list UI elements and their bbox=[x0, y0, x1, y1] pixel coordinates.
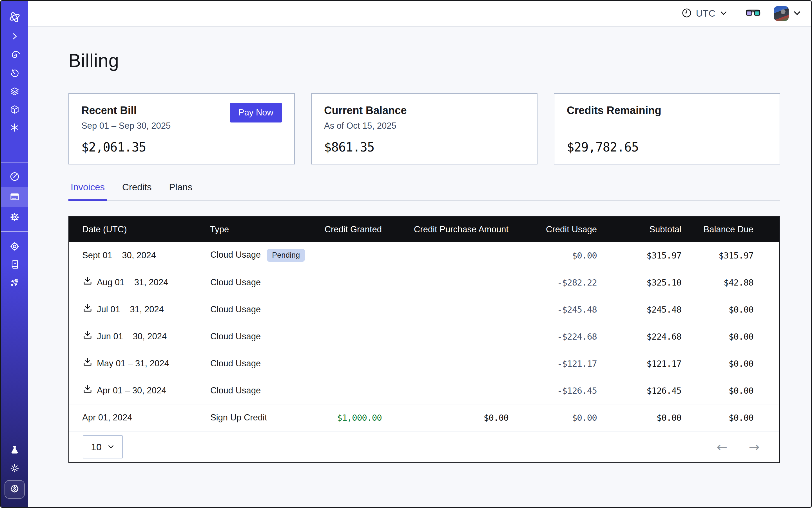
next-page-button[interactable]: → bbox=[747, 440, 761, 454]
timezone-label: UTC bbox=[696, 8, 716, 19]
sidebar-item-support[interactable] bbox=[1, 238, 28, 255]
sidebar-item-layers[interactable] bbox=[1, 83, 28, 100]
invoice-type: Cloud Usage bbox=[210, 296, 316, 323]
app-window: UTC Billing bbox=[0, 0, 812, 508]
chevron-down-icon bbox=[719, 9, 728, 18]
credit-purchase-value: $0.00 bbox=[392, 404, 519, 431]
docs-book-icon bbox=[9, 259, 20, 269]
invoice-date: Apr 01 – 30, 2024 bbox=[97, 385, 166, 396]
pay-now-button[interactable]: Pay Now bbox=[230, 103, 282, 123]
current-balance-card: Current Balance As of Oct 15, 2025 $861.… bbox=[311, 93, 538, 164]
credit-usage-value[interactable]: $0.00 bbox=[519, 242, 609, 269]
sidebar-item-settings[interactable] bbox=[1, 207, 28, 227]
sidebar-item-docs[interactable] bbox=[1, 255, 28, 273]
col-credit-granted: Credit Granted bbox=[316, 217, 392, 242]
invoice-type: Cloud Usage bbox=[210, 250, 261, 260]
support-wheel-icon bbox=[9, 241, 20, 251]
pagination-arrows: ← → bbox=[715, 440, 761, 454]
table-row: May 01 – 31, 2024 Cloud Usage -$121.17 $… bbox=[69, 350, 779, 377]
invoices-table-container: Date (UTC) Type Credit Granted Credit Pu… bbox=[69, 216, 780, 463]
glasses-icon[interactable] bbox=[746, 8, 761, 18]
subtotal-value: $245.48 bbox=[609, 296, 694, 323]
invoice-date: May 01 – 31, 2024 bbox=[97, 358, 169, 369]
col-credit-purchase: Credit Purchase Amount bbox=[392, 217, 519, 242]
sidebar-item-labs[interactable] bbox=[1, 441, 28, 459]
card-title: Current Balance bbox=[324, 104, 407, 117]
tab-plans[interactable]: Plans bbox=[167, 182, 195, 200]
table-row: Sept 01 – 30, 2024 Cloud UsagePending $0… bbox=[69, 242, 779, 269]
download-invoice-icon[interactable] bbox=[82, 276, 93, 289]
balance-due-value: $0.00 bbox=[694, 323, 779, 350]
col-balance-due: Balance Due bbox=[694, 217, 779, 242]
balance-due-value: $0.00 bbox=[694, 404, 779, 431]
layers-icon bbox=[9, 86, 20, 96]
sidebar-item-billing[interactable] bbox=[1, 187, 28, 207]
namespaces-spiral-icon bbox=[9, 50, 20, 60]
table-row: Jul 01 – 31, 2024 Cloud Usage -$245.48 $… bbox=[69, 296, 779, 323]
sidebar-item-namespaces[interactable] bbox=[1, 46, 28, 65]
download-invoice-icon[interactable] bbox=[82, 357, 93, 370]
invoice-type: Cloud Usage bbox=[210, 350, 316, 377]
dollar-badge-icon bbox=[9, 483, 20, 495]
credit-granted-value bbox=[316, 269, 392, 296]
sidebar bbox=[1, 1, 28, 507]
chevron-down-icon[interactable] bbox=[793, 8, 802, 18]
invoices-table: Date (UTC) Type Credit Granted Credit Pu… bbox=[69, 217, 779, 431]
tab-credits[interactable]: Credits bbox=[120, 182, 154, 200]
main-area: UTC Billing bbox=[28, 1, 812, 507]
download-invoice-icon[interactable] bbox=[82, 384, 93, 397]
credit-purchase-value bbox=[392, 269, 519, 296]
avatar[interactable] bbox=[774, 6, 788, 21]
col-date: Date (UTC) bbox=[69, 217, 210, 242]
temporal-logo[interactable] bbox=[1, 1, 28, 26]
subtotal-value: $0.00 bbox=[609, 404, 694, 431]
credit-usage-value[interactable]: -$282.22 bbox=[519, 269, 609, 296]
sidebar-item-usage[interactable] bbox=[1, 166, 28, 187]
theme-sun-icon bbox=[9, 463, 20, 473]
theme-toggle[interactable] bbox=[1, 459, 28, 477]
asterisk-icon bbox=[9, 123, 20, 133]
billing-shortcut-button[interactable] bbox=[4, 480, 25, 499]
invoice-type: Cloud Usage bbox=[210, 323, 316, 350]
credit-purchase-value bbox=[392, 350, 519, 377]
credit-usage-value[interactable]: -$224.68 bbox=[519, 323, 609, 350]
sidebar-expand-button[interactable] bbox=[1, 26, 28, 46]
credit-granted-value: $1,000.00 bbox=[316, 404, 392, 431]
billing-period: Sep 01 – Sep 30, 2025 bbox=[81, 121, 171, 131]
balance-due-value: $0.00 bbox=[694, 350, 779, 377]
prev-page-button[interactable]: ← bbox=[715, 440, 729, 454]
page-size-select[interactable]: 10 bbox=[83, 435, 123, 458]
table-header: Date (UTC) Type Credit Granted Credit Pu… bbox=[69, 217, 779, 242]
sidebar-item-deployments[interactable] bbox=[1, 100, 28, 119]
card-title: Recent Bill bbox=[81, 104, 136, 117]
summary-cards: Recent Bill Sep 01 – Sep 30, 2025 $2,061… bbox=[69, 93, 780, 164]
sidebar-item-batch[interactable] bbox=[1, 119, 28, 136]
credit-usage-value[interactable]: -$121.17 bbox=[519, 350, 609, 377]
cube-icon bbox=[9, 104, 20, 115]
table-row: Apr 01 – 30, 2024 Cloud Usage -$126.45 $… bbox=[69, 377, 779, 404]
download-invoice-icon[interactable] bbox=[82, 303, 93, 316]
tab-invoices[interactable]: Invoices bbox=[69, 182, 107, 200]
page-size-value: 10 bbox=[91, 441, 102, 453]
credit-granted-value bbox=[316, 323, 392, 350]
chevron-right-icon bbox=[10, 32, 19, 41]
invoice-date: Sept 01 – 30, 2024 bbox=[82, 250, 156, 260]
sidebar-item-getting-started[interactable] bbox=[1, 273, 28, 291]
recent-bill-card: Recent Bill Sep 01 – Sep 30, 2025 $2,061… bbox=[69, 93, 295, 164]
col-subtotal: Subtotal bbox=[609, 217, 694, 242]
download-invoice-icon[interactable] bbox=[82, 330, 93, 343]
credit-usage-value[interactable]: -$126.45 bbox=[519, 377, 609, 404]
credit-usage-value[interactable]: $0.00 bbox=[519, 404, 609, 431]
credit-purchase-value bbox=[392, 377, 519, 404]
subtotal-value: $126.45 bbox=[609, 377, 694, 404]
credit-granted-value bbox=[316, 377, 392, 404]
credits-remaining-amount: $29,782.65 bbox=[567, 140, 639, 154]
table-row: Apr 01, 2024 Sign Up Credit $1,000.00 $0… bbox=[69, 404, 779, 431]
sidebar-item-schedules[interactable] bbox=[1, 65, 28, 83]
billing-card-icon bbox=[9, 192, 20, 202]
invoice-type: Sign Up Credit bbox=[210, 404, 316, 431]
balance-as-of: As of Oct 15, 2025 bbox=[324, 121, 396, 131]
rocket-icon bbox=[9, 278, 20, 288]
credit-usage-value[interactable]: -$245.48 bbox=[519, 296, 609, 323]
timezone-selector[interactable]: UTC bbox=[681, 8, 728, 19]
